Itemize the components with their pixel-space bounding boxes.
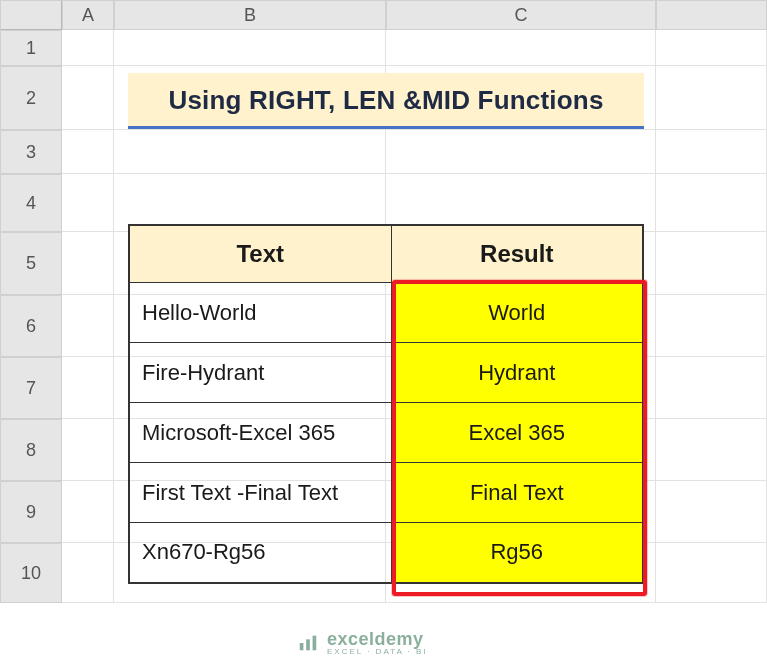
- cell-d6[interactable]: [656, 295, 767, 357]
- cell-a2[interactable]: [62, 66, 114, 130]
- col-header-blank[interactable]: [656, 0, 767, 30]
- row-header-6[interactable]: 6: [0, 295, 62, 357]
- title-banner: Using RIGHT, LEN &MID Functions: [128, 73, 644, 129]
- row-header-3[interactable]: 3: [0, 130, 62, 174]
- cell-d9[interactable]: [656, 481, 767, 543]
- cell-a7[interactable]: [62, 357, 114, 419]
- table-row: Microsoft-Excel 365 Excel 365: [129, 403, 643, 463]
- cell-result[interactable]: Hydrant: [391, 343, 643, 403]
- table-row: First Text -Final Text Final Text: [129, 463, 643, 523]
- table-row: Fire-Hydrant Hydrant: [129, 343, 643, 403]
- cell-d3[interactable]: [656, 130, 767, 174]
- cell-d1[interactable]: [656, 30, 767, 66]
- cell-result[interactable]: Final Text: [391, 463, 643, 523]
- cell-a4[interactable]: [62, 174, 114, 232]
- row-header-10[interactable]: 10: [0, 543, 62, 603]
- cell-text[interactable]: First Text -Final Text: [129, 463, 391, 523]
- header-result: Result: [391, 225, 643, 283]
- chart-icon: [297, 632, 319, 654]
- row-header-7[interactable]: 7: [0, 357, 62, 419]
- cell-a10[interactable]: [62, 543, 114, 603]
- row-header-9[interactable]: 9: [0, 481, 62, 543]
- cell-c3[interactable]: [386, 130, 656, 174]
- cell-a8[interactable]: [62, 419, 114, 481]
- cell-text[interactable]: Hello-World: [129, 283, 391, 343]
- col-header-b[interactable]: B: [114, 0, 386, 30]
- watermark-tagline: EXCEL · DATA · BI: [327, 648, 428, 656]
- svg-rect-0: [300, 643, 304, 650]
- cell-result[interactable]: Excel 365: [391, 403, 643, 463]
- cell-d5[interactable]: [656, 232, 767, 295]
- cell-d10[interactable]: [656, 543, 767, 603]
- cell-a6[interactable]: [62, 295, 114, 357]
- cell-text[interactable]: Fire-Hydrant: [129, 343, 391, 403]
- watermark-brand: exceldemy: [327, 630, 428, 648]
- col-header-a[interactable]: A: [62, 0, 114, 30]
- table-header-row: Text Result: [129, 225, 643, 283]
- cell-d7[interactable]: [656, 357, 767, 419]
- col-header-c[interactable]: C: [386, 0, 656, 30]
- header-text: Text: [129, 225, 391, 283]
- cell-a9[interactable]: [62, 481, 114, 543]
- cell-result[interactable]: World: [391, 283, 643, 343]
- row-header-5[interactable]: 5: [0, 232, 62, 295]
- cell-d4[interactable]: [656, 174, 767, 232]
- cell-d8[interactable]: [656, 419, 767, 481]
- watermark: exceldemy EXCEL · DATA · BI: [297, 630, 428, 656]
- cell-c1[interactable]: [386, 30, 656, 66]
- svg-rect-2: [313, 636, 317, 651]
- select-all-corner[interactable]: [0, 0, 62, 30]
- cell-a1[interactable]: [62, 30, 114, 66]
- row-header-8[interactable]: 8: [0, 419, 62, 481]
- cell-text[interactable]: Microsoft-Excel 365: [129, 403, 391, 463]
- cell-a5[interactable]: [62, 232, 114, 295]
- table-row: Hello-World World: [129, 283, 643, 343]
- row-header-1[interactable]: 1: [0, 30, 62, 66]
- cell-text[interactable]: Xn670-Rg56: [129, 523, 391, 583]
- cell-b1[interactable]: [114, 30, 386, 66]
- cell-d2[interactable]: [656, 66, 767, 130]
- cell-a3[interactable]: [62, 130, 114, 174]
- data-table: Text Result Hello-World World Fire-Hydra…: [128, 224, 644, 584]
- cell-result[interactable]: Rg56: [391, 523, 643, 583]
- row-header-2[interactable]: 2: [0, 66, 62, 130]
- cell-b3[interactable]: [114, 130, 386, 174]
- page-title: Using RIGHT, LEN &MID Functions: [128, 73, 644, 129]
- row-header-4[interactable]: 4: [0, 174, 62, 232]
- svg-rect-1: [306, 639, 310, 650]
- table-row: Xn670-Rg56 Rg56: [129, 523, 643, 583]
